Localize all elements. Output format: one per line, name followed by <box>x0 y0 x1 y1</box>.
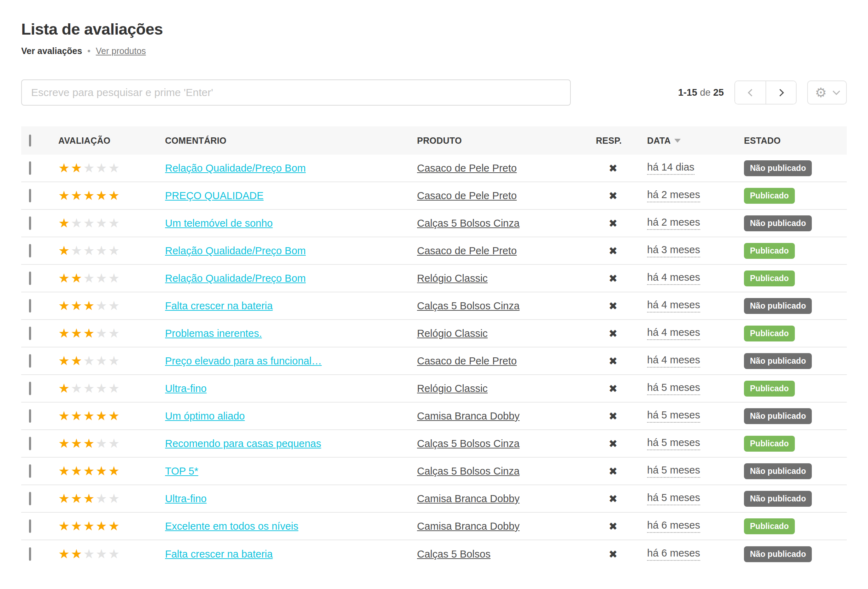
table-row: ★★★★★ Relação Qualidade/Preço Bom Relógi… <box>21 265 847 292</box>
comment-link[interactable]: Problemas inerentes. <box>165 328 262 339</box>
row-checkbox[interactable] <box>29 492 31 505</box>
table-row: ★★★★★ Falta crescer na bateria Calças 5 … <box>21 540 847 568</box>
star-icon: ★ <box>108 353 121 368</box>
date-link: há 3 meses <box>647 244 700 258</box>
star-icon: ★ <box>58 188 71 203</box>
comment-link[interactable]: Falta crescer na bateria <box>165 300 273 311</box>
pagination-controls: 1-15 de 25 ⚙ <box>678 81 847 105</box>
star-icon: ★ <box>71 326 83 340</box>
star-icon: ★ <box>58 519 71 533</box>
comment-link[interactable]: Preço elevado para as funcional… <box>165 355 322 367</box>
row-checkbox[interactable] <box>29 299 31 312</box>
nav-link-products[interactable]: Ver produtos <box>96 46 146 56</box>
product-link[interactable]: Camisa Branca Dobby <box>417 493 520 504</box>
status-badge: Publicado <box>744 271 795 286</box>
status-badge: Não publicado <box>744 353 812 369</box>
previous-page-button[interactable] <box>735 81 766 104</box>
star-icon: ★ <box>83 464 96 478</box>
product-link[interactable]: Calças 5 Bolsos Cinza <box>417 300 520 311</box>
comment-link[interactable]: Relação Qualidade/Preço Bom <box>165 272 306 284</box>
row-checkbox[interactable] <box>29 354 31 368</box>
row-checkbox[interactable] <box>29 327 31 340</box>
row-checkbox[interactable] <box>29 464 31 478</box>
star-icon: ★ <box>96 381 108 396</box>
star-icon: ★ <box>108 326 121 340</box>
row-checkbox[interactable] <box>29 161 31 175</box>
product-link[interactable]: Casaco de Pele Preto <box>417 245 517 256</box>
row-checkbox[interactable] <box>29 272 31 285</box>
product-link[interactable]: Casaco de Pele Preto <box>417 355 517 367</box>
star-icon: ★ <box>108 491 121 506</box>
rating-stars: ★★★★★ <box>58 327 165 340</box>
comment-link[interactable]: Falta crescer na bateria <box>165 548 273 560</box>
star-icon: ★ <box>58 409 71 423</box>
header-cell-select <box>21 135 58 146</box>
star-icon: ★ <box>96 298 108 313</box>
header-cell-comment: COMENTÁRIO <box>165 135 417 146</box>
star-icon: ★ <box>96 491 108 506</box>
rating-stars: ★★★★★ <box>58 382 165 395</box>
star-icon: ★ <box>108 271 121 285</box>
star-icon: ★ <box>108 409 121 423</box>
table-row: ★★★★★ Preço elevado para as funcional… C… <box>21 348 847 375</box>
comment-link[interactable]: Relação Qualidade/Preço Bom <box>165 245 306 256</box>
star-icon: ★ <box>96 243 108 258</box>
next-page-button[interactable] <box>766 81 796 104</box>
star-icon: ★ <box>83 243 96 258</box>
cell-select <box>21 245 58 257</box>
star-icon: ★ <box>71 381 83 396</box>
status-badge: Não publicado <box>744 546 812 562</box>
comment-link[interactable]: Excelente em todos os níveis <box>165 520 298 532</box>
comment-link[interactable]: Ultra-fino <box>165 493 207 504</box>
row-checkbox[interactable] <box>29 216 31 230</box>
search-input[interactable] <box>21 80 571 106</box>
product-link[interactable]: Relógio Classic <box>417 328 488 339</box>
header-cell-date-sort[interactable]: DATA <box>647 135 744 146</box>
star-icon: ★ <box>58 216 71 230</box>
row-checkbox[interactable] <box>29 547 31 561</box>
star-icon: ★ <box>83 353 96 368</box>
rating-stars: ★★★★★ <box>58 520 165 533</box>
star-icon: ★ <box>96 326 108 340</box>
cell-select <box>21 272 58 284</box>
star-icon: ★ <box>71 436 83 451</box>
product-link[interactable]: Relógio Classic <box>417 383 488 394</box>
comment-link[interactable]: Ultra-fino <box>165 383 207 394</box>
rating-stars: ★★★★★ <box>58 217 165 230</box>
product-link[interactable]: Calças 5 Bolsos Cinza <box>417 438 520 449</box>
status-badge: Não publicado <box>744 298 812 314</box>
no-response-icon: ✖ <box>608 548 617 560</box>
status-badge: Não publicado <box>744 161 812 176</box>
comment-link[interactable]: Relação Qualidade/Preço Bom <box>165 162 306 174</box>
comment-link[interactable]: PREÇO QUALIDADE <box>165 190 264 201</box>
cell-select <box>21 438 58 449</box>
row-checkbox[interactable] <box>29 382 31 395</box>
product-link[interactable]: Calças 5 Bolsos Cinza <box>417 465 520 477</box>
product-link[interactable]: Calças 5 Bolsos <box>417 548 490 560</box>
header-cell-response: RESP. <box>596 135 647 146</box>
comment-link[interactable]: Um telemóvel de sonho <box>165 218 273 229</box>
product-link[interactable]: Relógio Classic <box>417 272 488 284</box>
star-icon: ★ <box>58 271 71 285</box>
comment-link[interactable]: Recomendo para casas pequenas <box>165 438 321 449</box>
row-checkbox[interactable] <box>29 189 31 202</box>
row-checkbox[interactable] <box>29 244 31 258</box>
product-link[interactable]: Casaco de Pele Preto <box>417 190 517 201</box>
comment-link[interactable]: Um óptimo aliado <box>165 410 245 422</box>
product-link[interactable]: Camisa Branca Dobby <box>417 410 520 422</box>
no-response-icon: ✖ <box>608 217 617 230</box>
comment-link[interactable]: TOP 5* <box>165 465 198 477</box>
pager-button-group <box>734 81 797 105</box>
date-link: há 5 meses <box>647 409 700 423</box>
product-link[interactable]: Camisa Branca Dobby <box>417 520 520 532</box>
row-checkbox[interactable] <box>29 520 31 533</box>
select-all-checkbox[interactable] <box>29 134 31 147</box>
product-link[interactable]: Calças 5 Bolsos Cinza <box>417 218 520 229</box>
row-checkbox[interactable] <box>29 409 31 423</box>
settings-dropdown-button[interactable]: ⚙ <box>807 81 847 105</box>
star-icon: ★ <box>108 161 121 175</box>
star-icon: ★ <box>83 519 96 533</box>
star-icon: ★ <box>96 436 108 451</box>
product-link[interactable]: Casaco de Pele Preto <box>417 162 517 174</box>
row-checkbox[interactable] <box>29 437 31 450</box>
